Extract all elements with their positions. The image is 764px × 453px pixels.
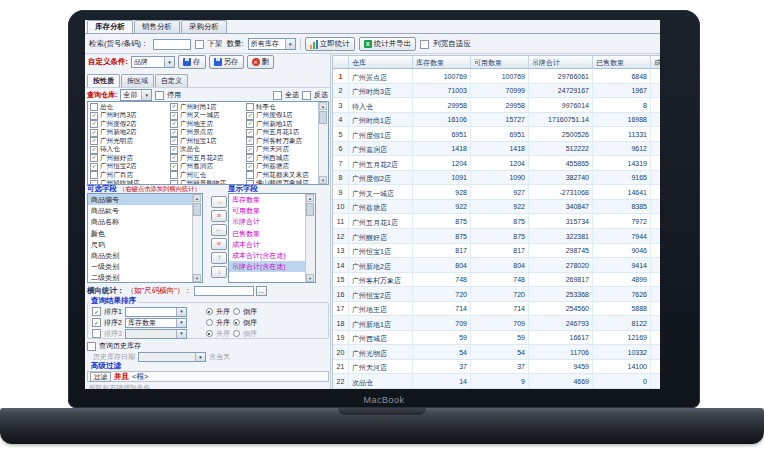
saveas-button[interactable]: 另存 [209, 55, 244, 69]
cross-more-button[interactable]: … [256, 286, 267, 296]
history-date-combo[interactable]: ▼ [138, 352, 206, 362]
table-row[interactable]: 1广州景点店100769100769297660616848 [333, 69, 660, 84]
table-row[interactable]: 12广州丽好店8758753223817944 [333, 229, 660, 244]
delete-button[interactable]: ✕ 删 [247, 55, 275, 69]
table-row[interactable]: 17广州地王店7147142545605888 [333, 302, 660, 317]
warehouse-option[interactable]: ✓广州天河店 [246, 146, 317, 155]
table-row[interactable]: 16广州恒宝2店7207202533687626 [333, 287, 660, 302]
filter-tab-0[interactable]: 按性质 [87, 74, 120, 87]
display-field-item[interactable]: 吊牌合计(含在途) [229, 261, 306, 272]
warehouse-option[interactable]: ✓广州恒宝1店 [170, 137, 246, 146]
display-field-item[interactable]: 可用数量 [229, 205, 306, 216]
table-row[interactable]: 14广州新地2店8048042780209414 [333, 258, 660, 273]
warehouse-option[interactable]: ✓广州恒宝2店 [90, 163, 170, 172]
warehouse-option[interactable]: ✓广州度假1店 [246, 112, 317, 121]
warehouse-option[interactable]: ✓广州时尚3店 [90, 112, 170, 121]
display-field-item[interactable]: 库存数量 [229, 194, 306, 205]
main-tab-1[interactable]: 销售分析 [134, 20, 180, 33]
available-fields-scrollbar[interactable]: ▲ ▼ [192, 194, 202, 282]
warehouse-option[interactable]: ✓广州客村万象店 [246, 137, 317, 146]
column-header-3[interactable]: 可用数量 [471, 56, 529, 68]
scroll-up-icon[interactable]: ▲ [193, 194, 201, 202]
column-header-2[interactable]: 库存数量 [413, 56, 471, 68]
table-row[interactable]: 9广州又一城店928927-273106814641 [333, 185, 660, 200]
warehouse-option[interactable]: ✓广州五月花1店 [246, 129, 317, 138]
sort-field-combo[interactable]: ▼ [125, 307, 187, 317]
condition-combo[interactable]: 品牌 ▼ [131, 56, 175, 68]
sort-field-combo[interactable]: ▼ [125, 329, 187, 339]
table-row[interactable]: 7广州五月花2店1204120445586514319 [333, 156, 660, 171]
move-left-button[interactable]: ← [211, 224, 227, 236]
warehouse-option[interactable]: ✓广州嘉润店 [170, 163, 246, 172]
move-up-button[interactable]: ↑ [211, 252, 227, 264]
display-field-item[interactable]: 成本合计 [229, 239, 306, 250]
warehouse-option[interactable]: ✓广州光明店 [90, 137, 170, 146]
warehouse-option[interactable]: ✓广州丽好店 [90, 154, 170, 163]
warehouse-option[interactable]: ✓广州地王店 [170, 120, 246, 129]
scrollbar-thumb[interactable] [193, 203, 201, 216]
filter-tab-button[interactable]: 过滤 [90, 372, 111, 382]
warehouse-option[interactable]: ✓次品仓 [170, 146, 246, 155]
warehouse-scrollbar[interactable]: ▲ ▼ [318, 102, 328, 184]
invert-checkbox[interactable] [302, 91, 311, 100]
table-row[interactable]: 4广州时尚1店161061572717160751.1416988 [333, 113, 660, 128]
available-field-item[interactable]: 商品名称 [88, 216, 193, 227]
radio-descending[interactable] [233, 330, 240, 337]
warehouse-option[interactable]: ✓广州景点店 [170, 129, 246, 138]
scroll-up-icon[interactable]: ▲ [319, 102, 327, 110]
column-header-5[interactable]: 已售数量 [593, 56, 651, 68]
available-field-item[interactable]: 二级类别 [88, 272, 193, 283]
column-header-0[interactable] [333, 56, 349, 68]
sort-checkbox[interactable]: ✓ [92, 307, 101, 316]
move-right-button[interactable]: → [211, 196, 227, 208]
available-field-item[interactable]: 商品类别 [88, 250, 193, 261]
move-down-button[interactable]: ↓ [211, 266, 227, 278]
sort-checkbox[interactable]: ✓ [92, 318, 101, 327]
filter-tab-2[interactable]: 自定义 [155, 74, 188, 87]
scroll-down-icon[interactable]: ▼ [319, 176, 327, 184]
main-tab-2[interactable]: 采购分析 [181, 20, 227, 33]
sort-checkbox[interactable] [92, 329, 101, 338]
scrollbar-thumb[interactable] [319, 111, 327, 124]
table-row[interactable]: 13广州恒宝1店8178172987459046 [333, 244, 660, 259]
display-field-item[interactable]: 已售数量 [229, 228, 306, 239]
warehouse-option[interactable]: ✓广州五月花2店 [170, 154, 246, 163]
disabled-checkbox[interactable] [155, 91, 164, 100]
warehouse-combo[interactable]: 全部 ▼ [120, 89, 152, 101]
move-all-right-button[interactable]: » [211, 210, 227, 222]
table-row[interactable]: 6广州嘉润店141814185122229612 [333, 142, 660, 157]
table-row[interactable]: 21广州天河店3737945914100 [333, 360, 660, 375]
warehouse-option[interactable]: ✓待入仓 [90, 146, 170, 155]
warehouse-option[interactable]: 广州花都来又来店 [246, 171, 317, 180]
table-row[interactable]: 19广州西城店59591661712169 [333, 331, 660, 346]
run-stats-button[interactable]: 立即统计 [305, 37, 355, 51]
display-fields-scrollbar[interactable]: ▲ ▼ [305, 194, 315, 282]
warehouse-option[interactable]: ✓广州西城店 [246, 154, 317, 163]
column-header-6[interactable]: 成本金额 [651, 56, 660, 68]
table-row[interactable]: 10广州荔塘店9229223408478385 [333, 200, 660, 215]
available-field-item[interactable]: 商品款号 [88, 205, 193, 216]
available-field-item[interactable]: 颜色 [88, 228, 193, 239]
warehouse-option[interactable]: ✓广州又一城店 [170, 112, 246, 121]
warehouse-option[interactable]: 总仓 [90, 103, 170, 112]
filter-operator[interactable]: 并且 [114, 372, 129, 382]
history-checkbox[interactable] [87, 342, 96, 351]
scroll-down-icon[interactable]: ▼ [306, 274, 314, 282]
warehouse-option[interactable]: 广州汇仓 [170, 171, 246, 180]
export-button[interactable]: X 统计并导出 [359, 37, 417, 51]
warehouse-option[interactable]: ✓广州荔塘店 [246, 163, 317, 172]
table-row[interactable]: 3待入仓299582995899760148 [333, 98, 660, 113]
table-row[interactable]: 20广州光明店54541170610332 [333, 345, 660, 360]
main-tab-0[interactable]: 库存分析 [87, 20, 133, 33]
search-input[interactable] [153, 39, 191, 50]
filter-root-node[interactable]: <根> [132, 372, 148, 382]
move-all-left-button[interactable]: « [211, 238, 227, 250]
table-row[interactable]: 8广州度假2店109110903827409165 [333, 171, 660, 186]
table-row[interactable]: 22次品仓14946690 [333, 374, 660, 389]
warehouse-option[interactable]: ✓广州新地1店 [246, 120, 317, 129]
table-row[interactable]: 11广州五月花1店8758753157347972 [333, 214, 660, 229]
column-header-4[interactable]: 吊牌合计 [529, 56, 593, 68]
cross-stats-input[interactable] [194, 286, 254, 296]
radio-descending[interactable] [233, 319, 240, 326]
scrollbar-thumb[interactable] [306, 203, 314, 216]
